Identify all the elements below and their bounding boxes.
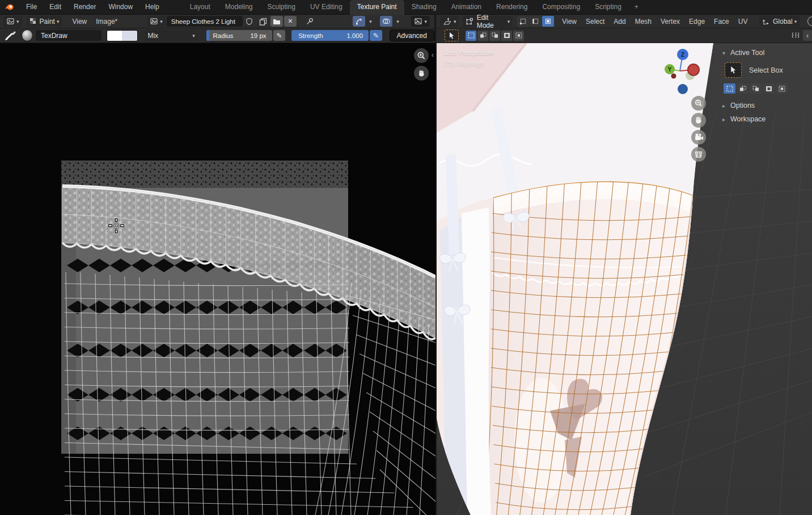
face-select-button[interactable]	[542, 16, 554, 27]
vp-menu-vertex[interactable]: Vertex	[656, 18, 684, 26]
vp-menu-mesh[interactable]: Mesh	[631, 18, 656, 26]
active-tool-section-header[interactable]: ▾ Active Tool	[722, 49, 812, 57]
collapse-sidebar-icon[interactable]: ‹	[432, 50, 434, 59]
display-image-icon	[414, 18, 422, 25]
image-menu[interactable]: Image*	[91, 18, 122, 26]
menu-window[interactable]: Window	[102, 0, 139, 14]
tab-shading[interactable]: Shading	[404, 0, 444, 15]
tab-compositing[interactable]: Compositing	[535, 0, 587, 15]
mode-dropdown[interactable]: Edit Mode ▾	[463, 16, 513, 27]
pin-button[interactable]	[303, 16, 316, 27]
paint-brush-tool-icon[interactable]	[4, 30, 16, 41]
tab-layout[interactable]: Layout	[183, 0, 218, 15]
tab-rendering[interactable]: Rendering	[489, 0, 535, 15]
mode-subtract-icon	[752, 86, 759, 92]
mode-invert-button[interactable]	[763, 83, 775, 94]
options-section-header[interactable]: ▸ Options	[722, 102, 812, 109]
mode-set-button[interactable]	[466, 31, 476, 41]
new-image-button[interactable]	[257, 16, 269, 27]
vp-menu-add[interactable]: Add	[609, 18, 630, 26]
advanced-button[interactable]: Advanced	[390, 29, 434, 41]
vertex-select-button[interactable]	[517, 16, 529, 27]
brush-name-field[interactable]: TexDraw	[36, 30, 102, 41]
vp-menu-uv[interactable]: UV	[734, 18, 752, 26]
caret-icon: ▾	[424, 19, 427, 24]
viewport-editor-icon	[443, 18, 452, 26]
sidebar-expand-button[interactable]: ‹	[803, 30, 812, 41]
tab-modeling[interactable]: Modeling	[218, 0, 260, 15]
add-workspace-button[interactable]: +	[629, 0, 644, 15]
paint-mode-dropdown[interactable]: Paint ▾	[27, 16, 62, 27]
secondary-color-swatch[interactable]	[122, 31, 137, 41]
viewport-canvas[interactable]: Z Y	[435, 43, 812, 515]
mode-intersect-button[interactable]	[513, 31, 524, 41]
tab-animation[interactable]: Animation	[444, 0, 489, 15]
transform-orientation-dropdown[interactable]: Global ▾	[759, 16, 800, 27]
caret-icon: ▾	[454, 19, 456, 24]
region-options-icon[interactable]	[790, 32, 802, 39]
mode-subtract-button[interactable]	[750, 83, 762, 94]
open-image-button[interactable]	[270, 16, 283, 27]
proportional-editing-icon	[807, 16, 812, 26]
tab-scripting[interactable]: Scripting	[587, 0, 629, 15]
axis-x-neg[interactable]	[671, 74, 676, 79]
axis-z-neg[interactable]	[678, 84, 688, 94]
image-editor-canvas[interactable]: ‹	[0, 43, 435, 515]
vp-menu-face[interactable]: Face	[709, 18, 734, 26]
show-gizmo-toggle[interactable]	[353, 16, 365, 27]
camera-view-icon[interactable]	[691, 130, 706, 145]
uv-texture-view	[0, 43, 435, 515]
axis-x[interactable]	[688, 64, 699, 75]
image-editor-icon	[6, 18, 15, 25]
view-menu[interactable]: View	[67, 18, 91, 26]
vp-menu-view[interactable]: View	[557, 18, 581, 26]
active-tool-button[interactable]	[445, 29, 459, 41]
unlink-image-button[interactable]: ✕	[284, 16, 297, 27]
mode-subtract-button[interactable]	[489, 31, 500, 41]
blender-logo-icon[interactable]	[5, 3, 14, 11]
perspective-toggle-icon[interactable]	[691, 147, 706, 162]
image-name-field[interactable]: Sheep Clothes 2 Light	[167, 16, 243, 27]
menu-help[interactable]: Help	[139, 0, 166, 14]
vp-menu-select[interactable]: Select	[581, 18, 609, 26]
vp-menu-edge[interactable]: Edge	[684, 18, 709, 26]
display-channels-dropdown[interactable]: ▾	[411, 16, 430, 27]
mode-invert-button[interactable]	[501, 31, 512, 41]
overlays-icon	[382, 18, 391, 25]
edge-select-button[interactable]	[530, 16, 542, 27]
zoom-icon[interactable]	[414, 48, 429, 63]
tab-sculpting[interactable]: Sculpting	[260, 0, 303, 15]
mode-extend-button[interactable]	[737, 83, 748, 94]
editor-type-dropdown-3d[interactable]: ▾	[440, 16, 459, 27]
snapping-button[interactable]	[803, 16, 812, 27]
tab-uv-editing[interactable]: UV Editing	[303, 0, 350, 15]
radius-pressure-button[interactable]: ✎	[273, 30, 286, 41]
mode-set-button[interactable]	[724, 83, 735, 94]
zoom-icon[interactable]	[691, 96, 706, 111]
tab-texture-paint[interactable]: Texture Paint	[350, 0, 404, 15]
menu-file[interactable]: File	[20, 0, 43, 14]
brush-preview[interactable]	[22, 29, 32, 41]
fake-user-button[interactable]	[243, 16, 256, 27]
browse-image-dropdown[interactable]: ▾	[147, 16, 166, 27]
workspace-section-header[interactable]: ▸ Workspace	[722, 115, 812, 123]
strength-slider[interactable]: Strength 1.000	[291, 30, 369, 41]
pan-hand-icon[interactable]	[691, 113, 706, 128]
show-overlays-toggle[interactable]	[380, 16, 392, 27]
mode-extend-button[interactable]	[477, 31, 488, 41]
chevron-down-icon: ▾	[722, 50, 730, 56]
menu-render[interactable]: Render	[67, 0, 102, 14]
primary-color-swatch[interactable]	[107, 31, 122, 41]
overlays-dropdown[interactable]: ▾	[394, 16, 401, 27]
caret-icon: ▾	[192, 33, 195, 39]
gizmo-dropdown[interactable]: ▾	[366, 16, 374, 27]
select-box-tool-button[interactable]	[725, 62, 742, 78]
mode-intersect-button[interactable]	[776, 83, 788, 94]
mode-intersect-icon	[515, 32, 522, 39]
pan-hand-icon[interactable]	[414, 66, 429, 81]
menu-edit[interactable]: Edit	[43, 0, 67, 14]
editor-type-dropdown[interactable]: ▾	[3, 16, 22, 27]
strength-pressure-button[interactable]: ✎	[370, 30, 382, 41]
radius-slider[interactable]: Radius 19 px	[206, 30, 272, 41]
blend-mode-dropdown[interactable]: Mix ▾	[145, 30, 197, 41]
